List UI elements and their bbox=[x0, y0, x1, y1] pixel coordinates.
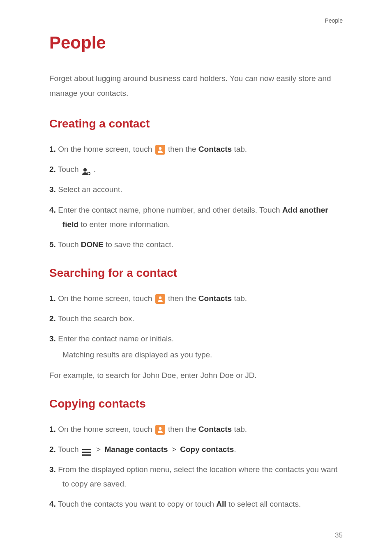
heading-creating-contact: Creating a contact bbox=[49, 117, 343, 130]
text: Touch bbox=[58, 445, 81, 454]
step-4: 4. Enter the contact name, phone number,… bbox=[49, 203, 343, 232]
contacts-app-icon bbox=[155, 145, 165, 155]
step-1: 1. On the home screen, touch then the Co… bbox=[49, 291, 343, 306]
text: On the home screen, touch bbox=[58, 145, 154, 153]
step-3: 3. Select an account. bbox=[49, 182, 343, 197]
done-label: DONE bbox=[81, 240, 104, 249]
step-4: 4. Touch the contacts you want to copy o… bbox=[49, 497, 343, 511]
step-number: 2. bbox=[49, 314, 56, 323]
text: tab. bbox=[232, 425, 247, 433]
contacts-tab-label: Contacts bbox=[198, 294, 232, 303]
step-number: 1. bbox=[49, 294, 56, 303]
svg-rect-4 bbox=[88, 173, 90, 174]
step-2: 2. Touch > Manage contacts > Copy contac… bbox=[49, 442, 343, 456]
text: On the home screen, touch bbox=[58, 425, 154, 433]
heading-copying-contacts: Copying contacts bbox=[49, 397, 343, 410]
step-3-sub: Matching results are displayed as you ty… bbox=[49, 348, 343, 362]
text: Enter the contact name or initials. bbox=[58, 334, 174, 343]
text: to select all contacts. bbox=[226, 500, 301, 508]
header-section-label: People bbox=[325, 17, 343, 24]
text: For example, to search for John Doe, ent… bbox=[49, 371, 201, 380]
page-number: 35 bbox=[335, 531, 343, 540]
contacts-app-icon bbox=[155, 425, 165, 435]
svg-point-6 bbox=[159, 427, 161, 430]
text: Touch bbox=[58, 165, 81, 174]
step-number: 4. bbox=[49, 500, 56, 508]
section-creating-contact: Creating a contact 1. On the home screen… bbox=[49, 117, 343, 252]
text: On the home screen, touch bbox=[58, 294, 154, 303]
menu-icon bbox=[82, 446, 92, 454]
text: to save the contact. bbox=[104, 240, 173, 249]
contacts-tab-label: Contacts bbox=[198, 145, 232, 153]
text: . bbox=[92, 165, 96, 174]
add-contact-icon bbox=[82, 166, 91, 174]
svg-point-5 bbox=[159, 297, 161, 299]
step-3: 3. From the displayed option menu, selec… bbox=[49, 462, 343, 491]
text: From the displayed option menu, select t… bbox=[58, 465, 337, 488]
text: tab. bbox=[232, 145, 247, 153]
text: Touch the search box. bbox=[58, 314, 134, 323]
example-initials: JD bbox=[245, 371, 254, 380]
text: then the bbox=[166, 425, 198, 433]
step-number: 1. bbox=[49, 145, 56, 153]
step-1: 1. On the home screen, touch then the Co… bbox=[49, 142, 343, 156]
section-copying-contacts: Copying contacts 1. On the home screen, … bbox=[49, 397, 343, 512]
section-searching-contact: Searching for a contact 1. On the home s… bbox=[49, 266, 343, 382]
copy-contacts-label: Copy contacts bbox=[180, 445, 234, 454]
svg-point-0 bbox=[159, 147, 161, 150]
step-number: 2. bbox=[49, 445, 56, 454]
step-2: 2. Touch . bbox=[49, 162, 343, 176]
example-name: John Doe bbox=[201, 371, 234, 380]
step-2: 2. Touch the search box. bbox=[49, 311, 343, 326]
text: to enter more information. bbox=[78, 220, 170, 229]
text: Enter the contact name, phone number, an… bbox=[58, 206, 282, 214]
svg-point-1 bbox=[83, 168, 87, 171]
step-number: 3. bbox=[49, 465, 56, 474]
chevron-separator: > bbox=[96, 445, 101, 454]
all-label: All bbox=[216, 500, 226, 508]
step-number: 2. bbox=[49, 165, 56, 174]
contacts-app-icon bbox=[155, 294, 165, 304]
step-number: 4. bbox=[49, 206, 56, 214]
page-title: People bbox=[49, 33, 343, 53]
intro-paragraph: Forget about lugging around business car… bbox=[49, 71, 343, 101]
step-1: 1. On the home screen, touch then the Co… bbox=[49, 422, 343, 436]
step-number: 5. bbox=[49, 240, 56, 249]
text: then the bbox=[166, 145, 198, 153]
text: Touch bbox=[58, 240, 81, 249]
chevron-separator: > bbox=[172, 445, 176, 454]
text: or bbox=[234, 371, 245, 380]
svg-rect-9 bbox=[82, 454, 91, 456]
step-5: 5. Touch DONE to save the contact. bbox=[49, 237, 343, 252]
text: then the bbox=[166, 294, 198, 303]
text: Select an account. bbox=[58, 185, 122, 194]
text: Touch the contacts you want to copy or t… bbox=[58, 500, 217, 508]
heading-searching-contact: Searching for a contact bbox=[49, 266, 343, 280]
step-number: 1. bbox=[49, 425, 56, 433]
svg-rect-7 bbox=[82, 449, 91, 450]
text: tab. bbox=[232, 294, 247, 303]
step-3: 3. Enter the contact name or initials. bbox=[49, 331, 343, 346]
step-number: 3. bbox=[49, 334, 56, 343]
manage-contacts-label: Manage contacts bbox=[104, 445, 168, 454]
svg-rect-8 bbox=[82, 452, 91, 453]
example-paragraph: For example, to search for John Doe, ent… bbox=[49, 368, 343, 382]
text: . bbox=[255, 371, 257, 380]
contacts-tab-label: Contacts bbox=[198, 425, 232, 433]
step-number: 3. bbox=[49, 185, 56, 194]
